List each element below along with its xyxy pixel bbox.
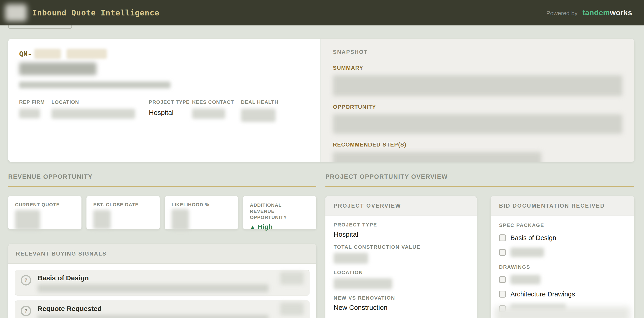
snapshot-panel: SNAPSHOT SUMMARY OPPORTUNITY RECOMMENDED… bbox=[320, 39, 634, 162]
revenue-cards-row: CURRENT QUOTE EST. CLOSE DATE LIKELIHOOD… bbox=[8, 196, 316, 229]
field-kees-contact: KEES CONTACT bbox=[192, 99, 241, 122]
project-section-header: PROJECT OPPORTUNITY OVERVIEW bbox=[326, 173, 634, 187]
field-location: LOCATION bbox=[52, 99, 149, 122]
field-project-type: PROJECT TYPE Hospital bbox=[334, 222, 468, 238]
checkbox-label: Basis of Design bbox=[510, 234, 556, 242]
field-new-vs-renovation: NEW VS RENOVATION New Construction bbox=[334, 295, 468, 312]
high-indicator-text: High bbox=[258, 223, 273, 231]
redacted-total-construction-value bbox=[334, 253, 368, 264]
project-type-label: PROJECT TYPE bbox=[149, 99, 190, 105]
redacted-location-value bbox=[334, 278, 392, 289]
redacted-quote-number bbox=[34, 49, 61, 59]
field-rep-firm: REP FIRM bbox=[19, 99, 52, 122]
checkbox-redacted[interactable] bbox=[499, 276, 506, 283]
additional-revenue-card: ADDITIONAL REVENUE OPPORTUNITY ▲ High bbox=[243, 196, 316, 229]
drawings-label: DRAWINGS bbox=[499, 264, 626, 270]
checkbox-basis-of-design[interactable] bbox=[499, 234, 506, 241]
quote-number-row: QN- bbox=[19, 49, 310, 59]
redacted-est-close-date-value bbox=[93, 210, 110, 229]
likelihood-label: LIKELIHOOD % bbox=[172, 202, 231, 207]
tandemworks-logo: tandemworks bbox=[582, 8, 632, 17]
field-deal-health: DEAL HEALTH bbox=[241, 99, 310, 122]
additional-revenue-value: ▲ High bbox=[250, 223, 310, 231]
redacted-checkbox-label bbox=[510, 248, 544, 257]
checkbox-row-basis-of-design: Basis of Design bbox=[499, 232, 626, 243]
new-vs-renovation-value: New Construction bbox=[334, 304, 468, 312]
bid-documentation-title: BID DOCUMENTATION RECEIVED bbox=[499, 203, 605, 209]
project-type-value: Hospital bbox=[149, 109, 192, 117]
likelihood-card: LIKELIHOOD % bbox=[165, 196, 238, 229]
redacted-signal-badge bbox=[280, 303, 304, 315]
recommended-steps-label: RECOMMENDED STEP(S) bbox=[333, 142, 622, 148]
app-logo bbox=[5, 4, 27, 21]
signal-title: Requote Requested bbox=[38, 305, 102, 313]
project-section-title: PROJECT OPPORTUNITY OVERVIEW bbox=[326, 173, 448, 180]
deal-health-label: DEAL HEALTH bbox=[241, 99, 278, 105]
redacted-summary-text bbox=[333, 75, 622, 96]
redacted-quote-badge bbox=[66, 49, 107, 59]
est-close-date-label: EST. CLOSE DATE bbox=[93, 202, 153, 207]
redacted-current-quote-value bbox=[15, 210, 40, 230]
signal-title: Basis of Design bbox=[38, 274, 89, 282]
revenue-section-title: REVENUE OPPORTUNITY bbox=[8, 173, 92, 180]
field-project-type: PROJECT TYPE Hospital bbox=[149, 99, 192, 122]
quote-number-prefix: QN- bbox=[19, 50, 32, 58]
est-close-date-card: EST. CLOSE DATE bbox=[86, 196, 160, 229]
current-quote-card: CURRENT QUOTE bbox=[8, 196, 82, 229]
signal-item-basis-of-design[interactable]: ? Basis of Design bbox=[15, 270, 310, 296]
checkbox-architecture-drawings[interactable] bbox=[499, 291, 506, 298]
app-header: Inbound Quote Intelligence Powered by ta… bbox=[0, 0, 644, 25]
powered-by-label: Powered by bbox=[546, 10, 577, 17]
project-type-label: PROJECT TYPE bbox=[334, 222, 468, 228]
project-overview-card: PROJECT OVERVIEW PROJECT TYPE Hospital T… bbox=[326, 196, 477, 318]
redacted-signal-badge bbox=[280, 272, 304, 285]
quote-fields-row: REP FIRM LOCATION PROJECT TYPE Hospital … bbox=[19, 99, 310, 122]
redacted-rep-firm-value bbox=[19, 109, 40, 118]
new-vs-renovation-label: NEW VS RENOVATION bbox=[334, 295, 468, 301]
quote-details-panel: QN- REP FIRM LOCATION PROJECT TYPE Hospi… bbox=[8, 39, 320, 162]
buying-signals-header: RELEVANT BUYING SIGNALS bbox=[8, 244, 316, 264]
redacted-signal-description bbox=[38, 315, 268, 318]
project-overview-title: PROJECT OVERVIEW bbox=[334, 203, 401, 209]
redacted-opportunity-text bbox=[333, 114, 622, 134]
field-total-construction-value: TOTAL CONSTRUCTION VALUE bbox=[334, 244, 468, 264]
rep-firm-label: REP FIRM bbox=[19, 99, 45, 105]
snapshot-title: SNAPSHOT bbox=[333, 49, 622, 55]
revenue-section-header: REVENUE OPPORTUNITY bbox=[8, 173, 316, 187]
help-icon[interactable]: ? bbox=[21, 275, 31, 286]
checkbox-label: Architecture Drawings bbox=[510, 291, 575, 298]
help-icon[interactable]: ? bbox=[21, 306, 31, 316]
checkbox-redacted[interactable] bbox=[499, 249, 506, 256]
location-label: LOCATION bbox=[52, 99, 79, 105]
header-branding: Powered by tandemworks bbox=[546, 8, 632, 17]
redacted-bottom-content bbox=[495, 307, 630, 318]
buying-signals-list: ? Basis of Design ? Requote Requested bbox=[8, 264, 316, 318]
bid-documentation-header: BID DOCUMENTATION RECEIVED bbox=[491, 196, 634, 216]
opportunity-label: OPPORTUNITY bbox=[333, 104, 622, 110]
redacted-recommended-steps-text bbox=[333, 152, 541, 162]
redacted-likelihood-value bbox=[172, 209, 189, 231]
page: Inbound Quote Intelligence Powered by ta… bbox=[0, 0, 644, 318]
page-title: Inbound Quote Intelligence bbox=[32, 8, 159, 17]
redacted-deal-health-value bbox=[241, 109, 276, 122]
checkbox-row-architecture-drawings: Architecture Drawings bbox=[499, 289, 626, 300]
checkbox-row-redacted bbox=[499, 274, 626, 285]
location-label: LOCATION bbox=[334, 270, 468, 276]
field-location: LOCATION bbox=[334, 270, 468, 289]
bid-documentation-body: SPEC PACKAGE Basis of Design DRAWINGS Ar… bbox=[491, 216, 634, 318]
project-overview-header: PROJECT OVERVIEW bbox=[326, 196, 477, 216]
redacted-signal-description bbox=[38, 284, 268, 292]
checkbox-row-redacted bbox=[499, 247, 626, 258]
kees-contact-label: KEES CONTACT bbox=[192, 99, 234, 105]
current-quote-label: CURRENT QUOTE bbox=[15, 202, 75, 207]
project-overview-body: PROJECT TYPE Hospital TOTAL CONSTRUCTION… bbox=[326, 216, 477, 318]
summary-label: SUMMARY bbox=[333, 65, 622, 71]
total-construction-value-label: TOTAL CONSTRUCTION VALUE bbox=[334, 244, 468, 250]
redacted-kees-contact-value bbox=[192, 109, 225, 119]
redacted-quote-title bbox=[19, 62, 96, 75]
triangle-up-icon: ▲ bbox=[250, 224, 255, 230]
buying-signals-panel: RELEVANT BUYING SIGNALS ? Basis of Desig… bbox=[8, 244, 316, 318]
bid-documentation-card: BID DOCUMENTATION RECEIVED SPEC PACKAGE … bbox=[491, 196, 634, 318]
signal-item-requote-requested[interactable]: ? Requote Requested bbox=[15, 301, 310, 318]
spec-package-label: SPEC PACKAGE bbox=[499, 222, 626, 228]
